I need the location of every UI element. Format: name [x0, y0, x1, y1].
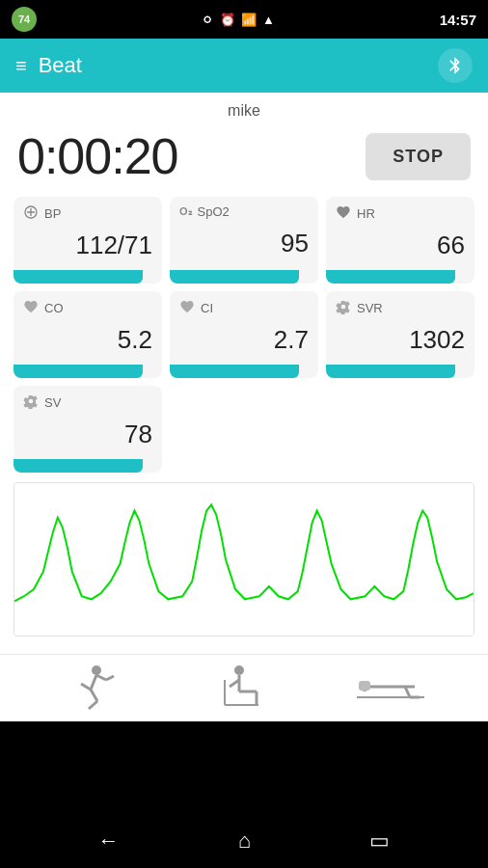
sv-label: SV	[44, 395, 61, 410]
timer-row: 0:00:20 STOP	[14, 127, 474, 185]
status-icons: ⭘ ⏰ 📶 ▲	[202, 13, 275, 27]
bluetooth-icon[interactable]	[438, 48, 473, 83]
svg-line-6	[81, 684, 91, 690]
main-content: mike 0:00:20 STOP BP 112/71 O₂ SpO2 95	[0, 93, 488, 654]
chart-svg	[14, 483, 474, 636]
svg-rect-3	[14, 483, 474, 636]
svr-icon	[336, 299, 351, 317]
back-button[interactable]: ←	[98, 828, 120, 854]
home-button[interactable]: ⌂	[238, 828, 251, 854]
bp-value: 112/71	[23, 231, 152, 260]
svg-line-20	[405, 687, 410, 697]
hr-value: 66	[336, 231, 465, 260]
hr-bar	[326, 270, 455, 284]
timer-display: 0:00:20	[17, 127, 178, 185]
card-svr: SVR 1302	[326, 291, 474, 378]
sv-value: 78	[23, 420, 152, 449]
card-co: CO 5.2	[14, 291, 162, 378]
app-bar: ≡ Beat	[0, 39, 488, 93]
ci-icon	[179, 299, 195, 317]
metrics-row-2: CO 5.2 CI 2.7 SVR 1302	[14, 291, 474, 378]
activity-lying[interactable]	[357, 663, 424, 715]
bp-icon	[23, 204, 39, 223]
co-label: CO	[44, 301, 64, 315]
svg-line-5	[91, 675, 96, 690]
svr-label: SVR	[357, 301, 383, 315]
svr-value: 1302	[336, 325, 465, 355]
metrics-row-1: BP 112/71 O₂ SpO2 95 HR 66	[14, 197, 474, 284]
ci-label: CI	[201, 301, 213, 315]
sv-bar	[14, 459, 143, 473]
recent-button[interactable]: ▭	[369, 828, 390, 854]
spo2-icon: O₂	[179, 205, 192, 218]
hr-label: HR	[357, 206, 375, 221]
wifi-icon: 📶	[241, 13, 257, 27]
battery-indicator: 74	[12, 7, 37, 32]
status-left: 74	[12, 7, 37, 32]
alarm-icon: ⏰	[220, 13, 235, 27]
sv-icon	[23, 393, 39, 412]
spo2-label: SpO2	[198, 204, 230, 219]
svg-point-11	[234, 665, 244, 675]
status-time: 14:57	[440, 12, 476, 28]
co-value: 5.2	[23, 325, 152, 355]
spo2-bar	[170, 270, 299, 284]
username: mike	[14, 102, 474, 120]
waveform-chart	[14, 482, 474, 637]
hr-icon	[336, 204, 351, 223]
activity-bar	[0, 654, 488, 721]
svg-line-8	[89, 701, 97, 709]
card-ci: CI 2.7	[170, 291, 318, 378]
activity-running[interactable]	[64, 663, 122, 715]
bluetooth-status-icon: ⭘	[202, 13, 214, 27]
co-icon	[23, 299, 39, 317]
status-bar: 74 ⭘ ⏰ 📶 ▲ 14:57	[0, 0, 488, 39]
svr-bar	[326, 365, 455, 378]
card-hr: HR 66	[326, 197, 474, 284]
svg-line-9	[96, 675, 106, 680]
svg-line-7	[91, 690, 97, 701]
svg-point-4	[92, 665, 101, 675]
ci-value: 2.7	[179, 325, 309, 355]
co-bar	[14, 365, 143, 378]
metrics-row-3: SV 78	[14, 386, 474, 473]
svg-rect-23	[359, 681, 370, 691]
spo2-value: 95	[179, 229, 309, 258]
empty-slot-2	[326, 386, 474, 473]
signal-icon: ▲	[262, 13, 275, 27]
stop-button[interactable]: STOP	[366, 133, 471, 180]
card-bp: BP 112/71	[14, 197, 162, 284]
empty-slot-1	[170, 386, 318, 473]
bp-label: BP	[44, 206, 61, 221]
nav-bar: ← ⌂ ▭	[0, 814, 488, 868]
bp-bar	[14, 270, 143, 284]
menu-icon[interactable]: ≡	[15, 55, 27, 77]
ci-bar	[170, 365, 299, 378]
app-title: Beat	[39, 53, 82, 78]
card-sv: SV 78	[14, 386, 162, 473]
activity-sitting[interactable]	[210, 663, 268, 715]
card-spo2: O₂ SpO2 95	[170, 197, 318, 284]
svg-line-10	[106, 676, 114, 680]
app-bar-left: ≡ Beat	[15, 53, 82, 78]
